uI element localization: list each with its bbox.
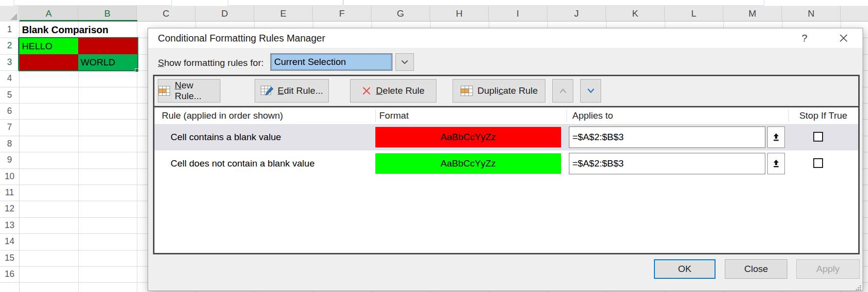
column-header-N[interactable]: N (782, 6, 841, 21)
new-rule-button[interactable]: New Rule... (158, 79, 220, 103)
edit-rule-label: Edit Rule... (278, 85, 323, 96)
row-header-1[interactable]: 1 (0, 21, 19, 38)
row-header-11[interactable]: 11 (0, 185, 19, 201)
show-rules-for-combobox[interactable]: Current Selection (270, 53, 392, 71)
range-picker-button[interactable] (767, 153, 785, 174)
row-header-9[interactable]: 9 (0, 152, 19, 168)
ok-button[interactable]: OK (654, 259, 716, 279)
show-formatting-rules-label: Show formatting rules for: (158, 57, 264, 69)
column-header-format: Format (379, 107, 409, 124)
column-header-L[interactable]: L (665, 6, 723, 21)
dialog-resize-grip[interactable] (855, 283, 862, 290)
new-rule-label: New Rule... (174, 80, 220, 102)
collapse-dialog-arrow-icon (772, 159, 780, 168)
formula-bar-fx-bottom-edge (228, 0, 343, 6)
formula-bar-bottom-edge (343, 0, 764, 6)
duplicate-rule-label: Duplicate Rule (477, 85, 538, 96)
selection-fill-handle[interactable] (135, 68, 139, 72)
rule-row[interactable]: Cell contains a blank valueAaBbCcYyZz (154, 124, 858, 150)
delete-rule-label: Delete Rule (376, 85, 424, 96)
chevron-up-icon (558, 87, 568, 94)
row-header-3[interactable]: 3 (0, 54, 19, 70)
row-header-12[interactable]: 12 (0, 201, 19, 217)
column-header-F[interactable]: F (313, 6, 371, 21)
combobox-dropdown-button[interactable] (395, 53, 414, 71)
select-all-corner[interactable] (0, 6, 19, 21)
column-header-A[interactable]: A (20, 6, 78, 21)
delete-x-icon (362, 86, 371, 96)
column-header-J[interactable]: J (547, 6, 606, 21)
rule-name: Cell does not contain a blank value (171, 150, 315, 177)
stop-if-true-checkbox[interactable] (813, 158, 823, 168)
applies-to-input[interactable] (569, 126, 765, 148)
row-header-6[interactable]: 6 (0, 103, 19, 119)
column-header-B[interactable]: B (78, 6, 137, 21)
format-preview: AaBbCcYyZz (375, 153, 561, 174)
row-header-7[interactable]: 7 (0, 119, 19, 135)
duplicate-rule-button[interactable]: Duplicate Rule (453, 79, 545, 103)
column-header-I[interactable]: I (489, 6, 547, 21)
dialog-title: Conditional Formatting Rules Manager (158, 28, 325, 48)
rules-panel: New Rule... Edit Rule... Delete Rule (153, 75, 860, 254)
row-header-8[interactable]: 8 (0, 136, 19, 152)
format-preview: AaBbCcYyZz (375, 127, 561, 147)
close-button[interactable]: Close (725, 259, 787, 279)
rules-list: Rule (applied in order shown) Format App… (154, 106, 858, 253)
rule-name: Cell contains a blank value (171, 124, 281, 150)
selected-columns-underline (20, 20, 137, 21)
row-header-14[interactable]: 14 (0, 233, 19, 250)
dialog-title-bar[interactable]: Conditional Formatting Rules Manager ? (148, 28, 863, 48)
column-header-applies-to: Applies to (572, 107, 613, 124)
column-header-K[interactable]: K (606, 6, 665, 21)
column-header-H[interactable]: H (430, 6, 489, 21)
row-header-5[interactable]: 5 (0, 87, 19, 103)
edit-rule-pencil-icon (260, 85, 273, 96)
header-divider (566, 109, 567, 122)
rule-row[interactable]: Cell does not contain a blank valueAaBbC… (154, 150, 858, 177)
row-header-10[interactable]: 10 (0, 168, 19, 185)
column-header-C[interactable]: C (137, 6, 195, 21)
chevron-down-icon (400, 59, 409, 65)
chevron-down-icon (586, 87, 596, 94)
edit-rule-button[interactable]: Edit Rule... (255, 79, 329, 103)
delete-rule-button[interactable]: Delete Rule (350, 79, 436, 103)
header-divider (375, 109, 376, 122)
row-header-4[interactable]: 4 (0, 70, 19, 86)
row-header-15[interactable]: 15 (0, 250, 19, 266)
applies-to-input[interactable] (569, 153, 765, 174)
select-all-triangle (10, 13, 17, 20)
column-header-D[interactable]: D (195, 6, 254, 21)
header-divider (788, 109, 789, 122)
row-header-2[interactable]: 2 (0, 38, 19, 54)
column-header-G[interactable]: G (371, 6, 430, 21)
cell-selection-A2-B3 (19, 37, 138, 71)
move-rule-up-button[interactable] (552, 79, 573, 103)
column-header-M[interactable]: M (723, 6, 782, 21)
move-rule-down-button[interactable] (580, 79, 601, 103)
excel-screen: ABCDEFGHIJKLMN 12345678910111213141516 B… (0, 0, 868, 292)
conditional-formatting-rules-manager-dialog: Conditional Formatting Rules Manager ? S… (148, 28, 863, 291)
column-header-E[interactable]: E (254, 6, 313, 21)
close-icon[interactable] (832, 28, 855, 48)
cell-A1[interactable]: Blank Comparison (20, 22, 147, 38)
apply-button[interactable]: Apply (796, 259, 860, 279)
column-header-rule: Rule (applied in order shown) (162, 107, 283, 124)
row-header-16[interactable]: 16 (0, 266, 19, 282)
help-icon[interactable]: ? (794, 28, 815, 48)
stop-if-true-checkbox[interactable] (813, 132, 823, 142)
duplicate-rule-table-icon (460, 85, 473, 96)
range-picker-button[interactable] (767, 126, 785, 148)
row-header-13[interactable]: 13 (0, 217, 19, 233)
name-box-bottom-edge (14, 0, 172, 6)
column-header-stop-if-true: Stop If True (788, 107, 858, 124)
collapse-dialog-arrow-icon (772, 133, 780, 142)
new-rule-table-icon (158, 85, 170, 96)
